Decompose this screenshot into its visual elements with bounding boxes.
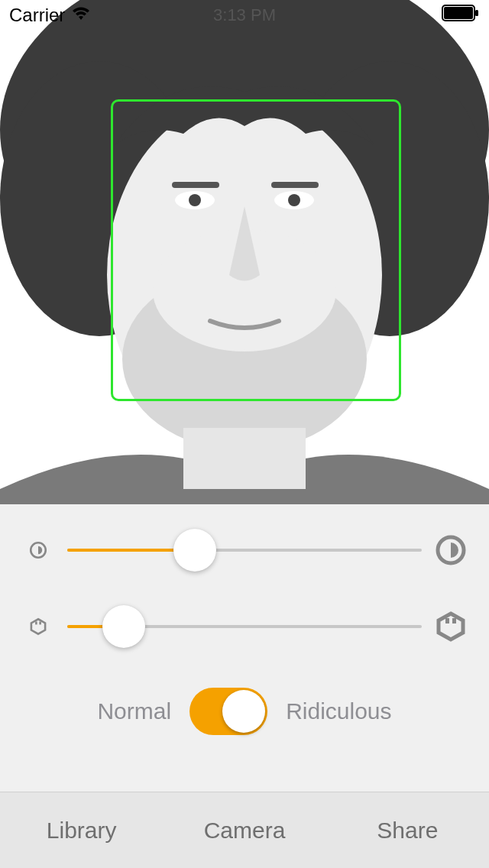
eye-slider-row bbox=[23, 535, 466, 565]
svg-rect-16 bbox=[0, 489, 489, 504]
svg-marker-22 bbox=[439, 614, 463, 640]
svg-rect-1 bbox=[444, 7, 473, 19]
face-large-icon bbox=[436, 611, 466, 642]
wifi-icon bbox=[71, 5, 91, 26]
face-detection-box bbox=[111, 99, 401, 401]
bottom-toolbar: Library Camera Share bbox=[0, 792, 489, 868]
library-button[interactable]: Library bbox=[0, 792, 163, 868]
toggle-label-left: Normal bbox=[97, 698, 171, 724]
status-time: 3:13 PM bbox=[213, 5, 276, 25]
mode-toggle-row: Normal Ridiculous bbox=[23, 688, 466, 735]
toggle-label-right: Ridiculous bbox=[286, 698, 391, 724]
face-small-icon bbox=[23, 611, 53, 642]
svg-rect-20 bbox=[35, 622, 37, 625]
status-right bbox=[442, 5, 480, 26]
toggle-knob bbox=[222, 690, 265, 733]
svg-rect-2 bbox=[475, 10, 478, 16]
eye-slider[interactable] bbox=[67, 535, 422, 565]
photo-area[interactable] bbox=[0, 0, 489, 504]
svg-rect-21 bbox=[39, 622, 41, 625]
eye-small-icon bbox=[23, 535, 53, 565]
face-slider-row bbox=[23, 611, 466, 642]
eye-large-icon bbox=[436, 535, 466, 565]
share-button[interactable]: Share bbox=[326, 792, 489, 868]
controls-panel: Normal Ridiculous bbox=[0, 504, 489, 792]
carrier-label: Carrier bbox=[9, 5, 65, 26]
svg-rect-23 bbox=[445, 618, 449, 623]
svg-rect-24 bbox=[452, 618, 456, 623]
status-left: Carrier bbox=[9, 5, 91, 26]
face-slider[interactable] bbox=[67, 611, 422, 642]
camera-button[interactable]: Camera bbox=[163, 792, 325, 868]
mode-toggle[interactable] bbox=[189, 688, 267, 735]
svg-marker-19 bbox=[31, 619, 45, 634]
status-bar: Carrier 3:13 PM bbox=[0, 0, 489, 31]
battery-icon bbox=[442, 5, 480, 26]
